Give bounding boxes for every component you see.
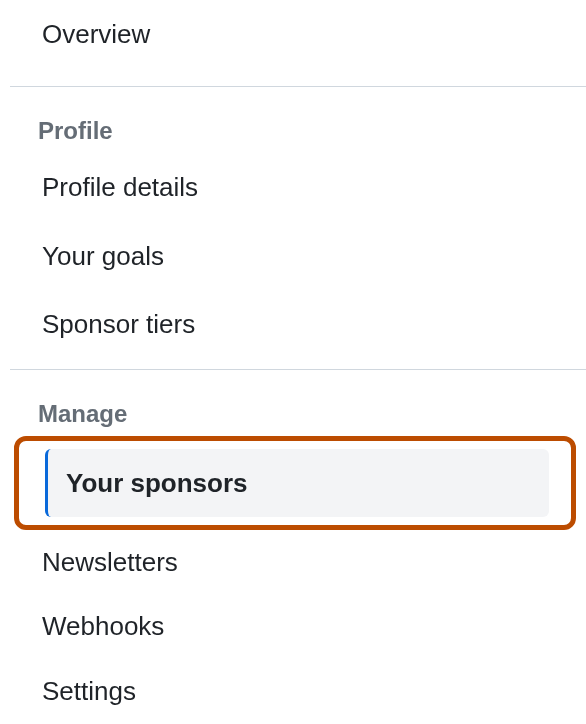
section-header-manage: Manage (0, 370, 586, 436)
sidebar-item-settings[interactable]: Settings (0, 659, 586, 723)
sidebar-item-overview[interactable]: Overview (0, 0, 586, 68)
sidebar-item-webhooks[interactable]: Webhooks (0, 594, 586, 658)
sidebar-item-your-sponsors[interactable]: Your sponsors (45, 449, 549, 517)
section-header-profile: Profile (0, 87, 586, 153)
section-profile: Profile details Your goals Sponsor tiers (0, 153, 586, 358)
sidebar-item-sponsor-tiers[interactable]: Sponsor tiers (0, 290, 586, 358)
sidebar-navigation: Overview Profile Profile details Your go… (0, 0, 586, 723)
sidebar-item-newsletters[interactable]: Newsletters (0, 530, 586, 594)
sidebar-item-your-goals[interactable]: Your goals (0, 222, 586, 290)
highlight-annotation: Your sponsors (14, 436, 576, 530)
sidebar-item-profile-details[interactable]: Profile details (0, 153, 586, 221)
